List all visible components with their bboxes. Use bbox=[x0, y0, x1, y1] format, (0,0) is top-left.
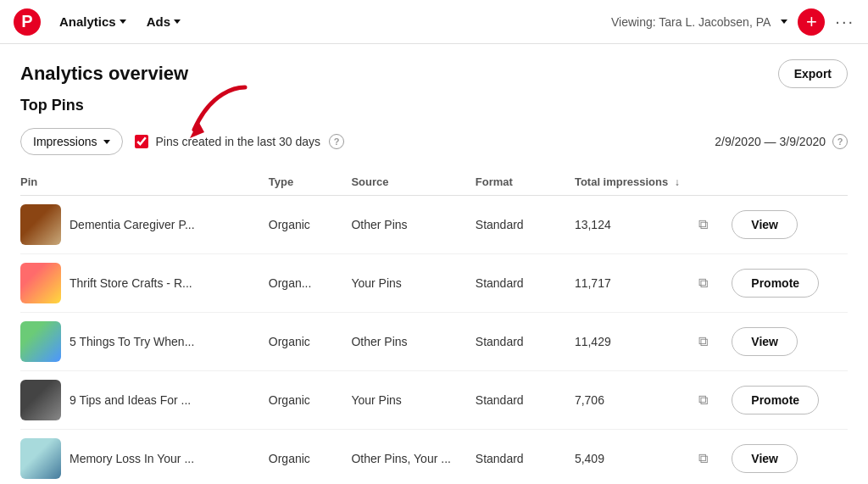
filter-chevron-icon bbox=[103, 140, 110, 144]
pin-thumbnail-2 bbox=[20, 321, 61, 362]
ads-nav-item[interactable]: Ads bbox=[138, 9, 189, 34]
table-body: Dementia Caregiver P... Organic Other Pi… bbox=[20, 196, 848, 485]
plus-icon: + bbox=[806, 11, 817, 33]
pin-source-0: Other Pins bbox=[351, 196, 475, 254]
pin-copy-2: ⧉ bbox=[698, 313, 732, 371]
pin-action-cell-3: Promote bbox=[732, 371, 848, 430]
analytics-chevron-icon bbox=[120, 19, 126, 24]
copy-icon-4[interactable]: ⧉ bbox=[698, 451, 708, 466]
pin-copy-4: ⧉ bbox=[698, 430, 732, 485]
top-pins-section: Top Pins Impressions Pins created in the… bbox=[0, 97, 868, 484]
viewing-chevron-icon[interactable] bbox=[781, 19, 787, 24]
date-range: 2/9/2020 — 3/9/2020 ? bbox=[715, 134, 848, 149]
nav-right: Viewing: Tara L. Jacobsen, PA + ··· bbox=[611, 8, 854, 36]
pin-impressions-4: 5,409 bbox=[575, 430, 698, 485]
col-header-source: Source bbox=[351, 169, 475, 196]
col-header-type: Type bbox=[269, 169, 352, 196]
checkbox-container[interactable]: Pins created in the last 30 days ? bbox=[135, 134, 344, 149]
pin-thumbnail-1 bbox=[20, 263, 61, 303]
pin-thumbnail-4 bbox=[20, 438, 61, 479]
pin-source-1: Your Pins bbox=[351, 254, 475, 313]
copy-icon-1[interactable]: ⧉ bbox=[698, 275, 708, 291]
export-button[interactable]: Export bbox=[778, 59, 848, 88]
create-pin-button[interactable]: + bbox=[798, 8, 825, 36]
pin-impressions-3: 7,706 bbox=[575, 371, 698, 430]
pin-action-cell-2: View bbox=[732, 313, 848, 371]
pin-cell-4: Memory Loss In Your ... bbox=[20, 430, 269, 485]
pin-cell-3: 9 Tips and Ideas For ... bbox=[20, 371, 269, 430]
table-row: Dementia Caregiver P... Organic Other Pi… bbox=[20, 196, 848, 254]
pin-cell-2: 5 Things To Try When... bbox=[20, 313, 269, 371]
pin-format-1: Standard bbox=[476, 254, 575, 313]
pin-title-3: 9 Tips and Ideas For ... bbox=[70, 393, 191, 407]
pin-action-cell-4: View bbox=[732, 430, 848, 485]
copy-icon-2[interactable]: ⧉ bbox=[698, 334, 708, 349]
pin-type-4: Organic bbox=[269, 430, 352, 485]
pin-copy-0: ⧉ bbox=[698, 196, 732, 254]
col-type-label: Type bbox=[269, 175, 293, 188]
arrow-container: Pins created in the last 30 days ? bbox=[135, 134, 344, 149]
pin-format-4: Standard bbox=[476, 430, 575, 485]
col-header-copy bbox=[698, 169, 732, 196]
copy-icon-0[interactable]: ⧉ bbox=[698, 217, 708, 232]
more-options-button[interactable]: ··· bbox=[835, 12, 854, 31]
impressions-dropdown[interactable]: Impressions bbox=[20, 128, 123, 155]
pin-type-1: Organ... bbox=[269, 254, 352, 313]
nav-left: Analytics Ads bbox=[51, 9, 189, 34]
last-30-days-checkbox[interactable] bbox=[135, 135, 148, 148]
pin-action-btn-0[interactable]: View bbox=[732, 210, 798, 239]
pin-thumbnail-0 bbox=[20, 204, 61, 245]
table-row: 9 Tips and Ideas For ... Organic Your Pi… bbox=[20, 371, 848, 430]
pin-cell-1: Thrift Store Crafts - R... bbox=[20, 254, 269, 313]
ads-chevron-icon bbox=[174, 19, 181, 24]
pin-type-2: Organic bbox=[269, 313, 352, 371]
table-row: Memory Loss In Your ... Organic Other Pi… bbox=[20, 430, 848, 485]
analytics-nav-item[interactable]: Analytics bbox=[51, 9, 135, 34]
pin-title-4: Memory Loss In Your ... bbox=[70, 452, 194, 465]
col-source-label: Source bbox=[351, 175, 388, 188]
pin-source-4: Other Pins, Your ... bbox=[351, 430, 475, 485]
pin-source-3: Your Pins bbox=[351, 371, 475, 430]
pin-action-btn-3[interactable]: Promote bbox=[732, 386, 819, 414]
viewing-label: Viewing: Tara L. Jacobsen, PA bbox=[611, 15, 771, 29]
date-range-help-icon[interactable]: ? bbox=[832, 134, 848, 149]
col-pin-label: Pin bbox=[20, 175, 37, 188]
pin-action-cell-0: View bbox=[732, 196, 848, 254]
pin-cell-0: Dementia Caregiver P... bbox=[20, 196, 269, 254]
pin-format-3: Standard bbox=[476, 371, 575, 430]
pin-impressions-0: 13,124 bbox=[575, 196, 698, 254]
checkbox-help-icon[interactable]: ? bbox=[329, 134, 344, 149]
pin-impressions-1: 11,717 bbox=[575, 254, 698, 313]
col-header-action bbox=[732, 169, 848, 196]
pin-copy-1: ⧉ bbox=[698, 254, 732, 313]
pin-impressions-2: 11,429 bbox=[575, 313, 698, 371]
page-title: Analytics overview bbox=[20, 63, 188, 85]
table-row: 5 Things To Try When... Organic Other Pi… bbox=[20, 313, 848, 371]
col-header-pin: Pin bbox=[20, 169, 269, 196]
pin-action-btn-1[interactable]: Promote bbox=[732, 269, 819, 298]
copy-icon-3[interactable]: ⧉ bbox=[698, 392, 708, 408]
col-impressions-label: Total impressions bbox=[575, 175, 668, 188]
col-format-label: Format bbox=[476, 175, 513, 188]
table-header: Pin Type Source Format Total impressions… bbox=[20, 169, 848, 196]
pin-action-btn-4[interactable]: View bbox=[732, 444, 798, 473]
pin-title-2: 5 Things To Try When... bbox=[70, 335, 194, 348]
pinterest-logo[interactable]: P bbox=[14, 8, 41, 36]
pin-thumbnail-3 bbox=[20, 380, 61, 420]
col-header-format: Format bbox=[476, 169, 575, 196]
page-header: Analytics overview Export bbox=[0, 44, 868, 97]
table-row: Thrift Store Crafts - R... Organ... Your… bbox=[20, 254, 848, 313]
col-header-impressions[interactable]: Total impressions ↓ bbox=[575, 169, 698, 196]
pin-type-0: Organic bbox=[269, 196, 352, 254]
sort-arrow-icon: ↓ bbox=[675, 176, 680, 188]
checkbox-label-text: Pins created in the last 30 days bbox=[155, 135, 320, 148]
pin-type-3: Organic bbox=[269, 371, 352, 430]
pins-table: Pin Type Source Format Total impressions… bbox=[20, 169, 848, 484]
pin-copy-3: ⧉ bbox=[698, 371, 732, 430]
pin-format-0: Standard bbox=[476, 196, 575, 254]
pin-title-0: Dementia Caregiver P... bbox=[70, 218, 195, 231]
navbar: P Analytics Ads Viewing: Tara L. Jacobse… bbox=[0, 0, 868, 44]
pin-action-btn-2[interactable]: View bbox=[732, 327, 798, 356]
pin-format-2: Standard bbox=[476, 313, 575, 371]
ads-nav-label: Ads bbox=[147, 14, 170, 29]
